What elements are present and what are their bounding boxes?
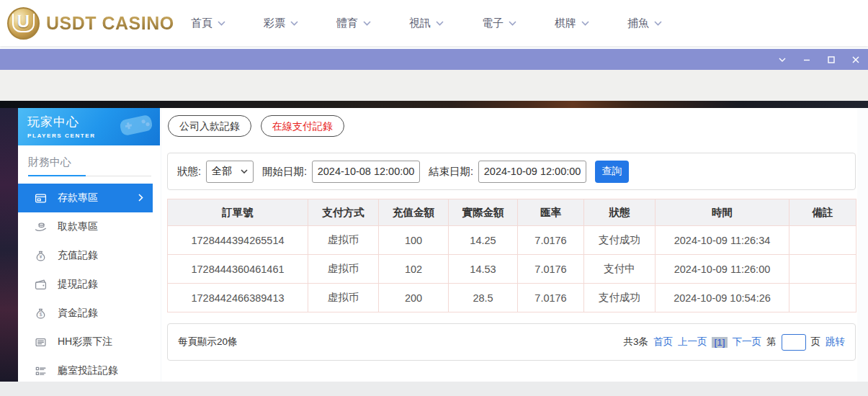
nav-item-label: 首頁 — [191, 17, 212, 30]
hand-coins-icon — [35, 221, 47, 233]
per-page-label: 每頁顯示20條 — [178, 336, 238, 348]
filter-box: 狀態: 全部 開始日期: 結束日期: 查詢 — [167, 153, 856, 190]
sidebar-item[interactable]: HH彩票下注 — [18, 328, 160, 356]
nav-item[interactable]: 首頁 — [191, 17, 225, 30]
page-prefix-label: 第 — [766, 336, 777, 348]
table-column-header: 支付方式 — [308, 199, 379, 226]
sidebar-item[interactable]: ¥充值記錄 — [18, 241, 160, 270]
brand-logo-icon: U — [7, 7, 40, 40]
next-page-link[interactable]: 下一页 — [733, 336, 762, 348]
titlebar-chevron-down-icon[interactable] — [777, 54, 787, 65]
nav-item[interactable]: 電子 — [482, 17, 516, 30]
svg-text:$: $ — [40, 312, 42, 317]
table-cell — [789, 284, 856, 312]
table-cell: 102 — [379, 255, 449, 284]
sidebar-item[interactable]: 提現記錄 — [18, 270, 160, 299]
funds-bag-icon: $ — [35, 307, 47, 320]
table-cell: 支付成功 — [584, 284, 656, 312]
sidebar-item-label: 提現記錄 — [58, 278, 98, 291]
chevron-down-icon — [436, 21, 444, 26]
table-cell: 2024-10-09 11:26:00 — [656, 255, 789, 284]
background-image-strip — [0, 101, 868, 108]
table-cell: 支付中 — [584, 255, 656, 284]
chevron-down-icon — [363, 21, 371, 26]
brand-name: USDT CASINO — [46, 13, 174, 34]
table-cell: 14.25 — [449, 226, 518, 255]
background-left-strip — [0, 108, 18, 382]
close-icon[interactable] — [850, 54, 861, 65]
sidebar-item-label: 資金記錄 — [58, 307, 98, 320]
jump-link[interactable]: 跳转 — [826, 336, 845, 348]
nav-item[interactable]: 視訊 — [409, 17, 444, 30]
table-cell: 2024-10-09 11:26:34 — [656, 226, 789, 255]
table-cell — [789, 255, 856, 284]
brand-logo[interactable]: U USDT CASINO — [7, 0, 174, 46]
table-cell: 1728444394265514 — [168, 226, 308, 255]
top-nav-bar: U USDT CASINO 首頁彩票體育視訊電子棋牌捕魚 — [0, 0, 868, 46]
prev-page-link[interactable]: 上一页 — [678, 336, 707, 348]
sidebar-item-label: 充值記錄 — [58, 249, 98, 262]
table-column-header: 訂單號 — [168, 199, 308, 226]
nav-item[interactable]: 體育 — [336, 17, 371, 30]
end-date-input[interactable] — [478, 161, 586, 183]
table-column-header: 匯率 — [518, 199, 584, 226]
brand-logo-letter: U — [12, 14, 35, 32]
sidebar-section-title: 財務中心 — [28, 156, 160, 169]
table-cell: 虚拟币 — [308, 226, 379, 255]
chevron-down-icon — [581, 21, 589, 26]
nav-item[interactable]: 棋牌 — [555, 17, 589, 30]
table-header-row: 訂單號支付方式充值金額實際金額匯率狀態時間備註 — [168, 199, 856, 226]
table-row: 1728444394265514虚拟币10014.257.0176支付成功202… — [168, 226, 856, 255]
sidebar-item[interactable]: 存款專區 — [18, 184, 153, 212]
sidebar-items: 存款專區取款專區¥充值記錄提現記錄$資金記錄HH彩票下注廳室投註記錄 — [18, 184, 160, 385]
table-column-header: 充值金額 — [379, 199, 449, 226]
query-button[interactable]: 查詢 — [595, 161, 629, 183]
current-page[interactable]: [1] — [712, 337, 727, 348]
jump-page-input[interactable] — [782, 334, 806, 351]
main-nav: 首頁彩票體育視訊電子棋牌捕魚 — [191, 0, 662, 46]
sidebar-item[interactable]: 廳室投註記錄 — [18, 356, 160, 385]
chevron-down-icon — [290, 21, 298, 26]
money-bag-icon: ¥ — [35, 250, 47, 262]
window-titlebar — [0, 49, 868, 70]
nav-item-label: 捕魚 — [627, 17, 649, 30]
table-column-header: 時間 — [656, 199, 789, 226]
nav-item-label: 棋牌 — [555, 17, 576, 30]
sidebar-body: 財務中心 存款專區取款專區¥充值記錄提現記錄$資金記錄HH彩票下注廳室投註記錄 — [18, 145, 160, 385]
card-icon — [35, 192, 47, 204]
sidebar-item-label: 廳室投註記錄 — [58, 364, 118, 377]
table-cell — [789, 226, 856, 255]
start-date-label: 開始日期: — [262, 165, 307, 179]
minimize-icon[interactable] — [801, 54, 812, 65]
record-tab[interactable]: 在線支付記錄 — [261, 115, 344, 137]
start-date-input[interactable] — [312, 161, 420, 183]
status-select[interactable]: 全部 — [206, 161, 254, 183]
first-page-link[interactable]: 首页 — [653, 336, 673, 348]
table-cell: 虚拟币 — [308, 255, 379, 284]
record-tab[interactable]: 公司入款記錄 — [168, 115, 251, 137]
main-panel: 公司入款記錄在線支付記錄 狀態: 全部 開始日期: 結束日期: 查詢 訂單號支付… — [162, 108, 857, 382]
sidebar-item[interactable]: 取款專區 — [18, 212, 160, 241]
maximize-icon[interactable] — [826, 54, 836, 65]
pagination-box: 每頁顯示20條 共3条 首页 上一页 [1] 下一页 第 页 跳转 — [167, 323, 856, 361]
status-select-value: 全部 — [212, 165, 232, 178]
chevron-down-icon — [241, 169, 248, 174]
table-cell: 28.5 — [449, 284, 518, 312]
nav-item[interactable]: 捕魚 — [627, 17, 662, 30]
pagination-controls: 共3条 首页 上一页 [1] 下一页 第 页 跳转 — [623, 334, 845, 351]
table-cell: 7.0176 — [518, 226, 584, 255]
screen: U USDT CASINO 首頁彩票體育視訊電子棋牌捕魚 玩家中心 PLAYER… — [0, 0, 868, 396]
nav-item-label: 體育 — [336, 17, 358, 30]
sidebar-item-label: HH彩票下注 — [58, 336, 112, 348]
chevron-down-icon — [509, 21, 516, 26]
table-column-header: 狀態 — [584, 199, 656, 226]
table-cell: 7.0176 — [518, 255, 584, 284]
sidebar-header: 玩家中心 PLAYERS CENTER — [18, 108, 160, 145]
nav-item[interactable]: 彩票 — [264, 17, 298, 30]
nav-item-label: 彩票 — [264, 17, 285, 30]
total-count: 共3条 — [623, 336, 648, 348]
wallet-icon — [35, 279, 47, 291]
record-tabs: 公司入款記錄在線支付記錄 — [168, 115, 344, 137]
table-row: 1728442466389413虚拟币20028.57.0176支付成功2024… — [168, 284, 856, 312]
sidebar-item[interactable]: $資金記錄 — [18, 299, 160, 328]
